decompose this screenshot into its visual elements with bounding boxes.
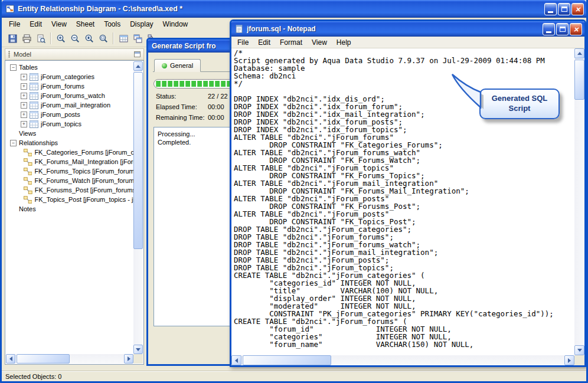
tab-label: General (170, 62, 193, 69)
menu-help[interactable]: Help (332, 37, 356, 48)
expand-icon[interactable] (21, 112, 27, 118)
scroll-up-arrow[interactable] (133, 61, 143, 71)
tree-item-views[interactable]: Views (6, 129, 133, 138)
tree-item-relationships[interactable]: Relationships (6, 138, 133, 148)
menu-file[interactable]: File (233, 37, 253, 48)
tree-item-table[interactable]: jForum_categories (6, 72, 133, 81)
tree-label: jForum_categories (41, 73, 94, 80)
menu-view[interactable]: View (47, 19, 71, 30)
zoom-out-button[interactable] (68, 31, 82, 45)
table-icon (30, 83, 38, 90)
menu-file[interactable]: File (4, 19, 25, 30)
scroll-left-arrow[interactable] (231, 355, 241, 365)
save-icon (8, 34, 18, 44)
expand-icon[interactable] (21, 102, 27, 109)
print-preview-icon (36, 34, 46, 44)
tree-item-relationship[interactable]: FK_Forums_Mail_Integration [jForu (6, 157, 133, 166)
menu-edit[interactable]: Edit (253, 37, 275, 48)
scroll-right-arrow[interactable] (564, 355, 574, 365)
tree-label: Relationships (19, 139, 58, 146)
menu-window[interactable]: Window (158, 19, 193, 30)
notepad-controls (543, 23, 582, 35)
scroll-down-arrow[interactable] (574, 345, 584, 355)
tree-item-table[interactable]: jForum_forums_watch (6, 91, 133, 100)
close-button[interactable] (571, 3, 584, 15)
tree-item-relationship[interactable]: FK_Forusms_Post [jForum_forums (6, 185, 133, 195)
float-panel-icon[interactable] (134, 51, 141, 57)
tree-label: FK_Forums_Watch [jForum_forums (34, 177, 133, 184)
tree-item-relationship[interactable]: FK_Categories_Forums [jForum_ca (6, 148, 133, 157)
resize-grip[interactable] (574, 355, 584, 365)
tree-item-table[interactable]: jForum_forums (6, 81, 133, 91)
print-preview-button[interactable] (34, 31, 48, 45)
green-status-icon (162, 63, 167, 68)
print-icon (22, 34, 32, 44)
tree-label: jForum_forums (41, 83, 84, 90)
windows-button[interactable] (130, 31, 145, 45)
menu-tools[interactable]: Tools (99, 19, 125, 30)
scroll-up-arrow[interactable] (574, 48, 584, 58)
model-vertical-scrollbar[interactable] (133, 61, 143, 354)
tree-item-table[interactable]: jForum_posts (6, 110, 133, 119)
menu-format[interactable]: Format (275, 37, 307, 48)
menu-edit[interactable]: Edit (25, 19, 47, 30)
tree-item-relationship[interactable]: FK_Forums_Topics [jForum_forums (6, 166, 133, 176)
tab-general[interactable]: General (154, 59, 201, 72)
status-bar: Selected Objects: 0 (2, 371, 586, 381)
zoom-fit-button[interactable] (96, 31, 110, 45)
tree-item-tables[interactable]: Tables (6, 63, 133, 72)
scrollbar-corner (133, 354, 143, 364)
scroll-right-arrow[interactable] (124, 354, 133, 364)
tree-label: FK_Forusms_Post [jForum_forums (35, 186, 133, 194)
scroll-thumb[interactable] (243, 355, 331, 365)
scroll-thumb[interactable] (133, 72, 143, 249)
tree-item-notes[interactable]: Notes (6, 204, 133, 214)
scroll-down-arrow[interactable] (133, 345, 143, 354)
tree-item-table[interactable]: jForum_mail_integration (6, 100, 133, 110)
notepad-window: jforum.sql - Notepad File Edit Format Vi… (230, 19, 586, 367)
tree-label: jForum_topics (41, 120, 81, 127)
maximize-button[interactable] (558, 3, 570, 15)
expand-icon[interactable] (21, 83, 27, 90)
scroll-left-arrow[interactable] (6, 354, 15, 364)
scroll-thumb[interactable] (17, 354, 70, 364)
menu-view[interactable]: View (307, 37, 332, 48)
toolbar-separator (50, 32, 51, 44)
desktop: Entity Relationship Diagram - C:\shared\… (0, 0, 588, 383)
table-grid-button[interactable] (116, 31, 130, 45)
tree-item-relationship[interactable]: FK_Topics_Post [jForum_topics - jF (6, 195, 133, 204)
tree-label: FK_Forums_Topics [jForum_forums (34, 168, 133, 175)
collapse-icon[interactable] (10, 64, 17, 71)
table-icon (30, 120, 38, 128)
zoom-actual-button[interactable] (82, 31, 96, 45)
print-button[interactable] (19, 31, 34, 45)
model-panel-header[interactable]: Model (5, 48, 144, 60)
menu-sheet[interactable]: Sheet (71, 19, 99, 30)
generated-sql-callout: Generated SQL Script (479, 89, 560, 119)
main-window-titlebar[interactable]: Entity Relationship Diagram - C:\shared\… (2, 0, 586, 18)
table-grid-icon (119, 34, 129, 44)
menu-display[interactable]: Display (125, 19, 158, 30)
tree-item-relationship[interactable]: FK_Forums_Watch [jForum_forums (6, 176, 133, 185)
close-button[interactable] (570, 23, 582, 35)
maximize-button[interactable] (556, 23, 569, 35)
notepad-vertical-scrollbar[interactable] (574, 48, 584, 355)
model-tree: Tables jForum_categories jForum_forums j… (6, 63, 133, 354)
elapsed-value: 00:00 (208, 103, 224, 110)
zoom-in-button[interactable] (54, 31, 68, 45)
scroll-thumb[interactable] (574, 60, 584, 100)
app-icon (5, 4, 15, 14)
notepad-titlebar[interactable]: jforum.sql - Notepad (231, 21, 584, 37)
model-horizontal-scrollbar[interactable] (6, 354, 133, 364)
expand-icon[interactable] (21, 74, 27, 80)
minimize-button[interactable] (543, 23, 555, 35)
minimize-button[interactable] (544, 3, 557, 15)
tree-item-table[interactable]: jForum_topics (6, 119, 133, 129)
notepad-horizontal-scrollbar[interactable] (231, 355, 574, 365)
tree-label: Notes (19, 205, 36, 212)
relationship-icon (24, 149, 32, 156)
expand-icon[interactable] (21, 121, 27, 127)
collapse-icon[interactable] (10, 140, 17, 146)
save-button[interactable] (5, 31, 19, 45)
expand-icon[interactable] (21, 93, 27, 99)
